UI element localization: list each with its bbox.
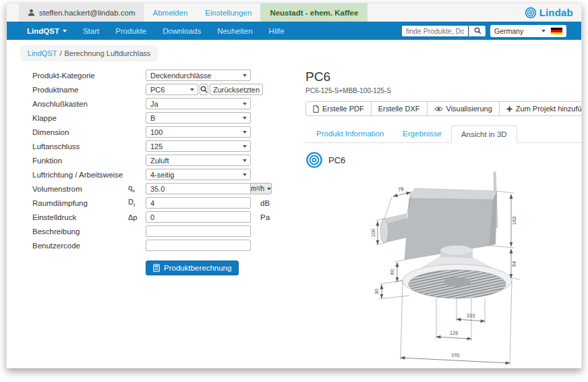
page-title: PC6 <box>305 70 582 84</box>
dimension-label: 60 <box>389 269 395 275</box>
field-label: Einstelldruck <box>32 213 128 221</box>
add-to-project-label: Zum Projekt hinzufügen <box>516 105 582 113</box>
volumenstrom-unit-dropdown[interactable]: m³/h <box>250 183 272 194</box>
field-label: Dimension <box>32 128 128 136</box>
user-account[interactable]: steffen.hackert@lindab.com <box>19 3 144 22</box>
product-tabs: Produkt Information Ergebnisse Ansicht i… <box>305 126 582 143</box>
create-pdf-label: Erstelle PDF <box>322 105 364 113</box>
viewer-header: PC6 <box>305 151 582 169</box>
unit-value: m³/h <box>251 185 264 192</box>
volumenstrom-input[interactable] <box>146 183 251 194</box>
nav-item-start[interactable]: Start <box>83 27 99 35</box>
tab-ergebnisse[interactable]: Ergebnisse <box>393 126 451 142</box>
dimension-label: 30 <box>374 289 380 294</box>
breadcrumb-separator: / <box>59 49 61 57</box>
nav-item-downloads[interactable]: Downloads <box>163 27 201 35</box>
einstelldruck-input[interactable] <box>146 211 251 223</box>
dimension-label: 78 <box>397 186 404 193</box>
chevron-down-icon <box>243 145 247 148</box>
app-window: steffen.hackert@lindab.com Abmelden Eins… <box>6 3 582 369</box>
funktion-select[interactable]: Zuluft <box>146 155 251 166</box>
chevron-down-icon <box>267 188 271 190</box>
form-row: Raumdämpfung Dr dB <box>32 197 281 209</box>
breadcrumb-current: Berechnung Luftdurchlass <box>64 49 150 57</box>
product-actions: Erstelle PDF Erstelle DXF Visualisierung <box>305 101 582 116</box>
submit-row: Produktberechnung <box>146 261 281 275</box>
benutzercode-input[interactable] <box>146 240 251 251</box>
field-label: Raumdämpfung <box>32 199 128 207</box>
field-label: Luftanschluss <box>32 142 128 151</box>
luftrichtung-select[interactable]: 4-seitig <box>146 169 251 180</box>
pc6-product-logo-icon <box>305 151 323 169</box>
tab-produkt-information[interactable]: Produkt Information <box>307 126 393 142</box>
chevron-down-icon <box>243 103 247 105</box>
create-dxf-button[interactable]: Erstelle DXF <box>372 101 428 116</box>
anschlusskasten-select[interactable]: Ja <box>146 98 251 109</box>
visualisierung-label: Visualisierung <box>446 105 492 113</box>
breadcrumb-root-link[interactable]: LindQST <box>28 49 57 57</box>
navbar-right: Germany <box>401 25 566 37</box>
viewer-3d-area: 78 100 163 54 <box>370 170 582 369</box>
dimension-select[interactable]: 100 <box>146 126 251 138</box>
selected-value: B <box>150 114 155 122</box>
breadcrumb: LindQST / Berechnung Luftdurchlass <box>20 45 158 61</box>
produkt-kategorie-select[interactable]: Deckendurchlässe <box>146 70 251 81</box>
dimension-label: 100 <box>370 229 376 238</box>
create-pdf-button[interactable]: Erstelle PDF <box>305 101 372 116</box>
calculator-icon <box>153 264 160 272</box>
user-icon <box>28 9 35 16</box>
selected-value: Zuluft <box>150 157 169 165</box>
field-label: Luftrichtung / Arbeitsweise <box>32 171 128 179</box>
form-row: Einstelldruck Δp Pa <box>32 211 281 223</box>
nav-item-hilfe[interactable]: Hilfe <box>269 27 285 35</box>
workspace-tab[interactable]: Neustadt - ehem. Kaffee <box>260 3 368 22</box>
chevron-down-icon <box>243 173 247 176</box>
logout-link[interactable]: Abmelden <box>144 3 197 22</box>
pdf-file-icon <box>313 105 319 113</box>
chevron-down-icon <box>243 74 247 77</box>
lindab-brand: Lindab <box>525 3 581 22</box>
visualisierung-button[interactable]: Visualisierung <box>428 101 500 116</box>
beschreibung-input[interactable] <box>146 225 251 237</box>
germany-flag-icon <box>551 28 562 34</box>
field-label: Produkt-Kategorie <box>32 72 128 80</box>
brand-text: Lindab <box>539 7 573 18</box>
product-form: Produkt-Kategorie Deckendurchlässe Produ… <box>32 70 281 369</box>
search-input[interactable] <box>401 25 469 37</box>
form-row: Produkt-Kategorie Deckendurchlässe <box>32 70 281 81</box>
produktname-select[interactable]: PC6 <box>146 84 198 95</box>
product-search-button[interactable] <box>200 84 208 95</box>
product-3d-drawing[interactable]: 78 100 163 54 <box>370 170 582 369</box>
form-row: Beschreibung <box>32 225 281 237</box>
country-select[interactable]: Germany <box>490 25 566 37</box>
nav-brand-menu[interactable]: LindQST <box>27 27 67 35</box>
chevron-down-icon <box>243 131 247 134</box>
raumdaempfung-input[interactable] <box>146 197 251 209</box>
chevron-down-icon <box>541 30 546 32</box>
form-row: Luftanschluss 125 <box>32 140 281 152</box>
selected-value: Deckendurchlässe <box>150 72 212 80</box>
user-email: steffen.hackert@lindab.com <box>39 9 136 17</box>
nav-item-produkte[interactable]: Produkte <box>115 27 146 35</box>
selected-value: 100 <box>150 128 163 136</box>
produktberechnung-button[interactable]: Produktberechnung <box>146 261 239 275</box>
tab-ansicht-in-3d[interactable]: Ansicht in 3D <box>451 126 517 143</box>
form-row: Funktion Zuluft <box>32 155 281 166</box>
chevron-down-icon <box>190 88 194 91</box>
form-row: Volumenstrom qv m³/h <box>32 183 281 194</box>
selected-value: PC6 <box>150 86 165 94</box>
field-label: Beschreibung <box>32 227 128 236</box>
topbar: steffen.hackert@lindab.com Abmelden Eins… <box>7 3 581 22</box>
plus-icon <box>506 106 512 112</box>
reset-button[interactable]: Zurücksetzten <box>210 84 263 95</box>
add-to-project-button[interactable]: Zum Projekt hinzufügen <box>500 101 582 116</box>
field-label: Anschlußkasten <box>32 100 128 108</box>
luftanschluss-select[interactable]: 125 <box>146 140 251 152</box>
product-panel: PC6 PC6-125-S+MBB-100-125-S Erstelle PDF… <box>305 70 582 369</box>
unit-label: Pa <box>260 213 270 221</box>
klappe-select[interactable]: B <box>146 112 251 124</box>
search-button[interactable] <box>469 25 486 37</box>
settings-link[interactable]: Einstellungen <box>196 3 260 22</box>
nav-item-neuheiten[interactable]: Neuheiten <box>217 27 252 35</box>
dimension-label: 125 <box>450 330 459 337</box>
